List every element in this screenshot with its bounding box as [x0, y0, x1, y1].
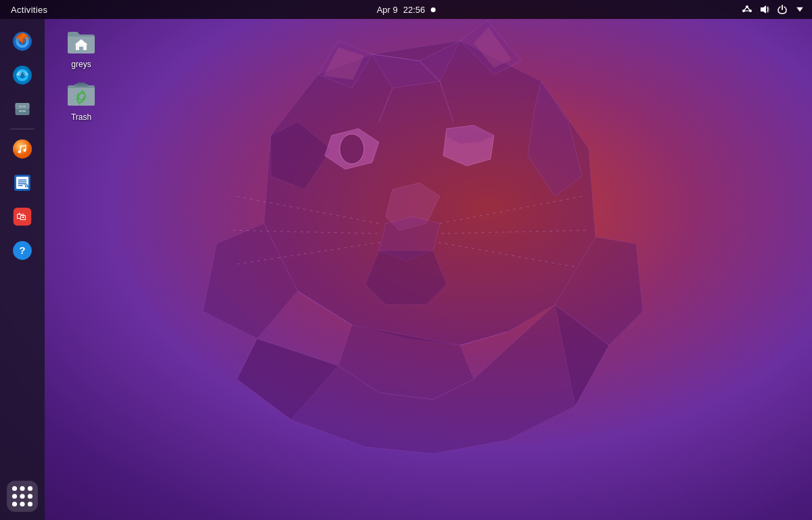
- svg-text:🛍: 🛍: [16, 211, 26, 222]
- topbar-left: Activities: [5, 5, 53, 15]
- show-applications-button[interactable]: [7, 481, 38, 512]
- dock-item-rhythmbox[interactable]: [7, 133, 38, 165]
- svg-marker-17: [323, 47, 364, 80]
- sound-icon[interactable]: [758, 3, 771, 16]
- desktop: .cat-line { stroke: rgba(160,80,180,0.45…: [0, 0, 812, 520]
- system-menu-arrow-icon[interactable]: [793, 3, 807, 16]
- svg-marker-3: [372, 41, 460, 88]
- dock-separator: [10, 129, 35, 129]
- svg-line-27: [379, 88, 392, 122]
- svg-marker-10: [447, 125, 494, 144]
- desktop-icon-trash[interactable]: Trash: [54, 77, 108, 122]
- svg-line-25: [372, 54, 420, 61]
- dock-item-libreoffice-writer[interactable]: W: [7, 167, 38, 198]
- svg-point-68: [12, 486, 17, 491]
- dock-item-appstore[interactable]: 🛍: [7, 201, 38, 232]
- dock-bottom: [7, 481, 38, 512]
- svg-point-69: [20, 486, 24, 491]
- svg-point-70: [28, 486, 32, 491]
- svg-marker-6: [386, 183, 440, 230]
- svg-point-54: [13, 139, 32, 158]
- svg-text:?: ?: [19, 244, 25, 256]
- wallpaper-art: .cat-line { stroke: rgba(160,80,180,0.45…: [0, 0, 812, 520]
- svg-point-72: [20, 494, 24, 498]
- svg-line-20: [230, 230, 378, 234]
- svg-line-30: [460, 332, 508, 345]
- svg-marker-32: [555, 305, 609, 406]
- svg-point-8: [340, 134, 364, 164]
- network-icon[interactable]: [740, 3, 754, 16]
- svg-marker-2: [460, 20, 521, 74]
- svg-line-22: [440, 196, 582, 223]
- svg-text:W: W: [24, 183, 29, 188]
- date-display: Apr 9: [377, 5, 398, 15]
- topbar-right: [740, 3, 807, 16]
- svg-marker-4: [271, 122, 332, 190]
- svg-point-75: [20, 502, 24, 506]
- home-folder-label: greys: [71, 60, 91, 69]
- desktop-icons: greys: [54, 24, 108, 122]
- svg-marker-5: [528, 81, 582, 196]
- svg-point-74: [12, 502, 17, 506]
- svg-line-24: [438, 242, 579, 267]
- svg-rect-52: [22, 111, 24, 112]
- svg-marker-15: [555, 237, 643, 345]
- svg-marker-39: [761, 5, 766, 14]
- svg-marker-13: [338, 325, 474, 399]
- svg-marker-31: [237, 339, 338, 420]
- dock-item-help[interactable]: ?: [7, 235, 38, 266]
- svg-point-71: [12, 494, 17, 498]
- svg-rect-80: [68, 88, 95, 106]
- svg-point-55: [18, 150, 21, 153]
- dock-item-files[interactable]: [7, 93, 38, 125]
- activities-button[interactable]: Activities: [5, 5, 53, 15]
- svg-line-21: [237, 242, 380, 264]
- svg-line-19: [237, 196, 379, 223]
- svg-point-73: [28, 494, 32, 498]
- svg-marker-16: [237, 305, 609, 454]
- trash-icon: [65, 77, 97, 110]
- svg-line-36: [744, 7, 747, 11]
- home-folder-icon: [65, 24, 97, 57]
- svg-marker-0: [264, 41, 595, 345]
- status-dot: [430, 7, 435, 12]
- svg-marker-9: [443, 125, 494, 166]
- power-icon[interactable]: [775, 3, 789, 16]
- topbar-center: Apr 9 22:56: [377, 5, 436, 15]
- svg-marker-14: [203, 223, 298, 339]
- topbar: Activities Apr 9 22:56: [0, 0, 812, 19]
- trash-label: Trash: [71, 112, 91, 122]
- svg-rect-51: [22, 106, 24, 107]
- svg-point-76: [28, 502, 32, 506]
- svg-line-29: [298, 291, 352, 325]
- svg-marker-12: [365, 251, 447, 305]
- svg-marker-11: [379, 217, 440, 261]
- svg-line-28: [440, 81, 453, 122]
- svg-marker-40: [796, 7, 803, 12]
- dock-item-firefox[interactable]: [7, 26, 38, 57]
- svg-line-23: [441, 230, 589, 234]
- dock: W 🛍 ?: [0, 19, 45, 520]
- dock-item-thunderbird[interactable]: [7, 60, 38, 91]
- svg-marker-18: [474, 27, 512, 68]
- svg-marker-1: [318, 41, 372, 88]
- svg-line-26: [420, 61, 440, 81]
- svg-marker-7: [325, 129, 379, 169]
- time-display: 22:56: [403, 5, 426, 15]
- svg-rect-82: [77, 83, 85, 85]
- svg-point-56: [23, 149, 26, 152]
- svg-line-37: [747, 7, 750, 11]
- desktop-icon-home[interactable]: greys: [54, 24, 108, 69]
